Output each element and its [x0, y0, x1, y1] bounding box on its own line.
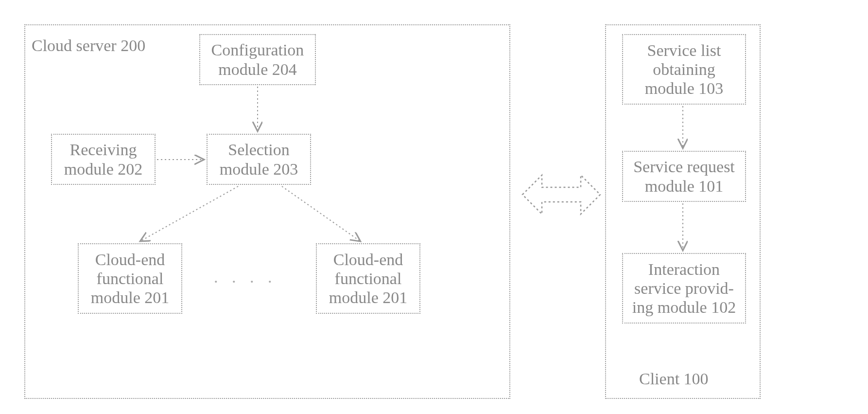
client-title: Client 100	[639, 370, 709, 388]
selection-module-box: Selection module 203	[207, 134, 311, 185]
configuration-module-box: Configuration module 204	[199, 34, 316, 85]
configuration-module-label: Configuration module 204	[211, 40, 304, 78]
cloud-end-functional-module-a-label: Cloud-end functional module 201	[91, 250, 169, 307]
cloud-end-functional-module-b-box: Cloud-end functional module 201	[316, 243, 420, 314]
cloud-server-title: Cloud server 200	[32, 36, 145, 55]
cloud-end-functional-module-b-label: Cloud-end functional module 201	[329, 250, 407, 307]
service-request-module-box: Service request module 101	[622, 151, 746, 202]
selection-module-label: Selection module 203	[220, 140, 298, 178]
interaction-module-box: Interaction service provid- ing module 1…	[622, 253, 746, 324]
bidirectional-arrow	[522, 175, 600, 214]
receiving-module-label: Receiving module 202	[64, 140, 142, 178]
functional-modules-ellipsis: · · · ·	[214, 272, 277, 291]
receiving-module-box: Receiving module 202	[51, 134, 156, 185]
interaction-module-label: Interaction service provid- ing module 1…	[632, 260, 736, 317]
cloud-end-functional-module-a-box: Cloud-end functional module 201	[78, 243, 182, 314]
service-list-module-label: Service list obtaining module 103	[645, 41, 723, 98]
service-list-module-box: Service list obtaining module 103	[622, 34, 746, 105]
service-request-module-label: Service request module 101	[633, 157, 735, 195]
